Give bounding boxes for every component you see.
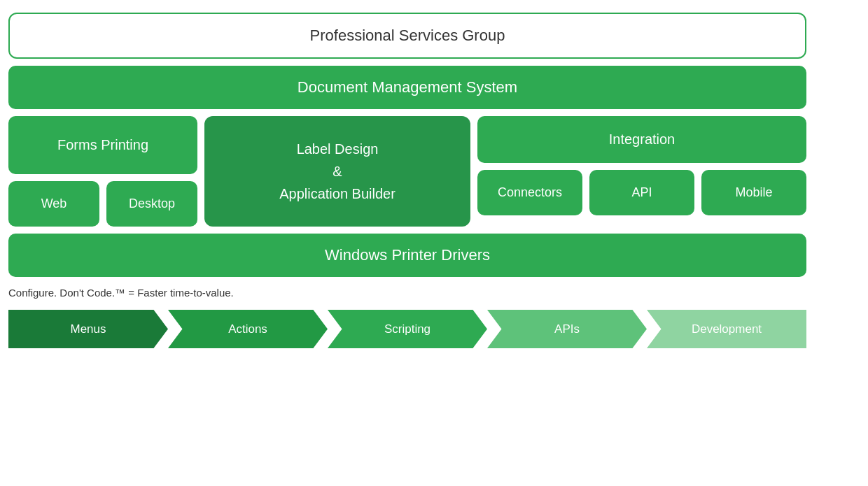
web-desktop-row: Web Desktop: [8, 181, 197, 227]
mobile-label: Mobile: [735, 185, 772, 199]
dms-label: Document Management System: [298, 78, 517, 96]
api-box: API: [589, 170, 694, 215]
psg-box: Professional Services Group: [8, 13, 806, 59]
diagram-container: Professional Services Group Document Man…: [8, 13, 806, 348]
connectors-api-mobile-row: Connectors API Mobile: [477, 170, 806, 215]
mobile-box: Mobile: [701, 170, 806, 215]
integration-label: Integration: [609, 131, 676, 147]
desktop-box: Desktop: [106, 181, 197, 227]
configure-label: Configure. Don't Code.™ = Faster time-to…: [8, 287, 234, 299]
chevron-label-development: Development: [647, 310, 806, 348]
web-label: Web: [41, 196, 67, 210]
chevron-label-menus: Menus: [8, 310, 168, 348]
web-box: Web: [8, 181, 99, 227]
wpd-label: Windows Printer Drivers: [325, 246, 490, 264]
forms-printing-box: Forms Printing: [8, 116, 197, 174]
psg-label: Professional Services Group: [310, 27, 505, 44]
chevron-bar: MenusActionsScriptingAPIsDevelopment: [8, 310, 806, 348]
chevron-label-actions: Actions: [168, 310, 328, 348]
label-design-box: Label Design&Application Builder: [204, 116, 470, 227]
left-col: Forms Printing Web Desktop: [8, 116, 197, 227]
chevron-label-scripting: Scripting: [328, 310, 487, 348]
configure-text: Configure. Don't Code.™ = Faster time-to…: [8, 284, 806, 303]
integration-box: Integration: [477, 116, 806, 163]
connectors-box: Connectors: [477, 170, 582, 215]
chevron-item-development: Development: [647, 310, 806, 348]
chevron-label-apis: APIs: [487, 310, 647, 348]
right-col: Integration Connectors API Mobile: [477, 116, 806, 227]
connectors-label: Connectors: [498, 185, 562, 199]
label-design-label: Label Design&Application Builder: [279, 138, 396, 205]
desktop-label: Desktop: [129, 196, 175, 210]
forms-printing-label: Forms Printing: [57, 137, 148, 152]
api-label: API: [631, 185, 652, 199]
chevron-item-scripting: Scripting: [328, 310, 487, 348]
middle-row: Forms Printing Web Desktop Label Design&…: [8, 116, 806, 227]
wpd-box: Windows Printer Drivers: [8, 234, 806, 277]
chevron-item-menus: Menus: [8, 310, 168, 348]
chevron-item-apis: APIs: [487, 310, 647, 348]
dms-box: Document Management System: [8, 66, 806, 109]
chevron-item-actions: Actions: [168, 310, 328, 348]
